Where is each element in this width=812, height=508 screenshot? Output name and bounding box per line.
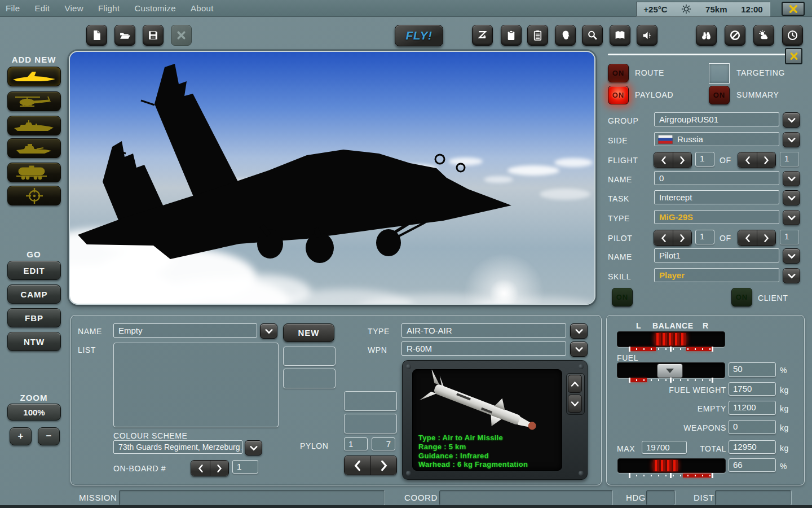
- dist-field[interactable]: [715, 490, 792, 506]
- new-payload-button[interactable]: NEW: [283, 323, 334, 342]
- pilot-total-value[interactable]: 1: [780, 230, 799, 244]
- add-train-button[interactable]: [7, 163, 61, 182]
- pylon-next-button[interactable]: [370, 456, 396, 475]
- group-field[interactable]: AirgroupRUS01: [654, 112, 779, 126]
- onboard-number-value[interactable]: 1: [232, 460, 258, 474]
- skill-dropdown-button[interactable]: [783, 268, 800, 283]
- onboard-next-button[interactable]: [210, 461, 228, 476]
- flight-next-button[interactable]: [673, 152, 691, 168]
- flight-name-dropdown-button[interactable]: [783, 171, 800, 186]
- fuel-slider-handle[interactable]: [657, 364, 683, 378]
- pilot-total-prev-button[interactable]: [738, 230, 757, 246]
- colour-scheme-dropdown-button[interactable]: [245, 440, 262, 456]
- pylon-current-value[interactable]: 1: [344, 437, 368, 450]
- pylon-prev-button[interactable]: [345, 456, 370, 475]
- go-fbp-button[interactable]: FBP: [7, 308, 61, 327]
- menu-about[interactable]: About: [191, 3, 214, 13]
- restrictions-button[interactable]: [725, 25, 745, 46]
- weapon-type-dropdown-button[interactable]: [570, 323, 588, 339]
- flight-name-field[interactable]: 0: [654, 171, 779, 185]
- panel-close-button[interactable]: [785, 48, 802, 64]
- onboard-prev-button[interactable]: [191, 461, 210, 476]
- weather-settings-button[interactable]: [753, 25, 774, 46]
- weapon-scroll-down-button[interactable]: [568, 395, 582, 413]
- summary-label: SUMMARY: [736, 90, 779, 99]
- fuel-slider[interactable]: [617, 362, 725, 378]
- zoom-out-button[interactable]: −: [38, 427, 60, 445]
- hidden-toggle[interactable]: ON: [612, 288, 633, 306]
- go-edit-button[interactable]: EDIT: [7, 261, 61, 280]
- pilot-name-dropdown-button[interactable]: [783, 248, 800, 264]
- add-helicopter-button[interactable]: [7, 91, 61, 111]
- add-airplane-button[interactable]: [7, 67, 61, 86]
- flight-total-value[interactable]: 1: [780, 152, 799, 167]
- menu-flight[interactable]: Flight: [98, 3, 120, 13]
- save-mission-button[interactable]: [143, 25, 164, 46]
- task-dropdown-button[interactable]: [783, 190, 800, 205]
- colour-scheme-field[interactable]: 73th Guards Regiment, Merzeburg AB: [113, 440, 242, 454]
- flight-total-prev-button[interactable]: [738, 152, 757, 168]
- group-dropdown-button[interactable]: [783, 112, 800, 128]
- route-toggle[interactable]: ON: [608, 64, 629, 82]
- add-target-button[interactable]: [7, 186, 61, 205]
- payload-list[interactable]: [113, 343, 279, 427]
- pilot-roster-button[interactable]: [555, 25, 576, 46]
- encyclopedia-button[interactable]: [610, 25, 630, 46]
- type-dropdown-button[interactable]: [783, 210, 800, 225]
- pilot-total-next-button[interactable]: [757, 230, 775, 246]
- mission-field[interactable]: [119, 490, 385, 506]
- flight-prev-button[interactable]: [654, 152, 673, 168]
- zoom-level-button[interactable]: 100%: [7, 404, 61, 421]
- weapon-field[interactable]: R-60M: [401, 341, 566, 356]
- zoom-in-button[interactable]: +: [10, 427, 32, 445]
- search-button[interactable]: [582, 25, 603, 46]
- flight-current-value[interactable]: 1: [695, 152, 714, 167]
- fuel-weight-value[interactable]: 1750: [729, 382, 776, 396]
- flight-total-next-button[interactable]: [757, 152, 775, 168]
- add-ship-button[interactable]: [7, 116, 61, 135]
- weapon-dropdown-button[interactable]: [570, 341, 588, 357]
- weather-status-bar[interactable]: +25°C 75km 12:00: [636, 2, 770, 16]
- side-field[interactable]: Russia: [654, 132, 779, 146]
- weapon-scroll-up-button[interactable]: [568, 375, 582, 393]
- hdg-field[interactable]: [646, 490, 676, 506]
- weapon-type-field[interactable]: AIR-TO-AIR: [401, 323, 566, 338]
- briefing-button[interactable]: [501, 25, 522, 46]
- mission-3d-preview[interactable]: [69, 51, 595, 305]
- add-vehicle-button[interactable]: [7, 138, 61, 158]
- helicopter-icon: [11, 94, 58, 110]
- client-toggle[interactable]: ON: [731, 288, 752, 306]
- side-dropdown-button[interactable]: [783, 132, 800, 147]
- pilot-name-field[interactable]: Pilot1: [654, 248, 779, 262]
- menu-view[interactable]: View: [64, 3, 83, 13]
- aircraft-type-field[interactable]: MiG-29S: [654, 210, 779, 224]
- fuel-percent-value[interactable]: 50: [729, 362, 776, 377]
- pilot-next-button[interactable]: [673, 230, 691, 246]
- task-field[interactable]: Intercept: [654, 190, 779, 204]
- balance-slider[interactable]: [617, 331, 725, 347]
- menu-file[interactable]: File: [6, 3, 20, 13]
- go-campaign-button[interactable]: CAMP: [7, 284, 61, 304]
- summary-toggle[interactable]: ON: [709, 86, 730, 104]
- russia-flag-icon: [658, 135, 673, 144]
- targeting-checkbox[interactable]: [709, 63, 730, 84]
- skill-field[interactable]: Player: [654, 268, 779, 282]
- pilot-prev-button[interactable]: [654, 230, 673, 246]
- payload-name-dropdown-button[interactable]: [260, 323, 277, 339]
- go-ntw-button[interactable]: NTW: [7, 332, 61, 351]
- sound-button[interactable]: [637, 25, 657, 46]
- coord-field[interactable]: [439, 490, 613, 506]
- time-settings-button[interactable]: [782, 25, 803, 46]
- new-mission-button[interactable]: [86, 25, 107, 46]
- window-close-button[interactable]: [782, 2, 805, 16]
- observe-button[interactable]: [696, 25, 717, 46]
- debriefing-button[interactable]: [527, 25, 548, 46]
- tasking-button[interactable]: [472, 25, 493, 46]
- menu-edit[interactable]: Edit: [34, 3, 50, 13]
- pilot-current-value[interactable]: 1: [695, 230, 714, 244]
- payload-toggle[interactable]: ON: [608, 86, 629, 104]
- payload-name-field[interactable]: Empty: [113, 323, 257, 338]
- fly-button[interactable]: FLY!: [395, 25, 443, 46]
- open-mission-button[interactable]: [114, 25, 135, 46]
- menu-customize[interactable]: Customize: [134, 3, 176, 13]
